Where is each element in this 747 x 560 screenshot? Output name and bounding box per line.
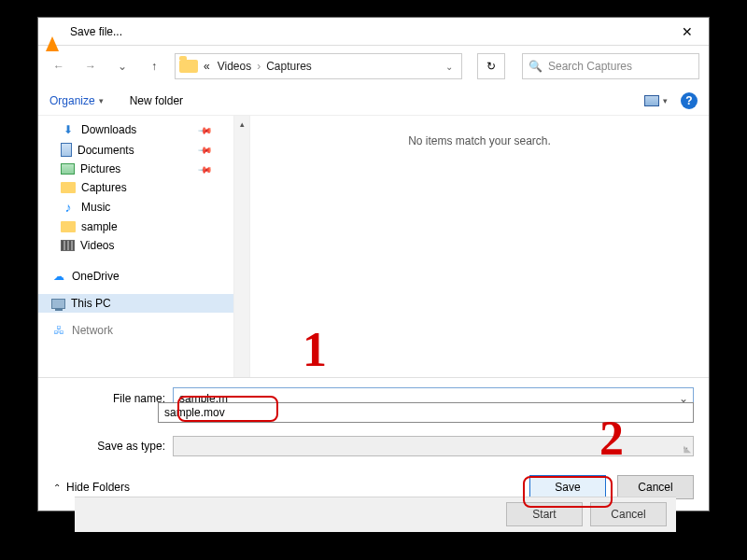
sidebar-item-label: Documents [78, 144, 134, 157]
sidebar-item-label: Pictures [80, 162, 120, 175]
search-icon: 🔍 [529, 60, 543, 73]
bg-start-button[interactable]: Start [506, 502, 583, 526]
breadcrumb-videos[interactable]: Videos [216, 60, 253, 73]
sidebar-item-label: Captures [81, 181, 127, 194]
help-button[interactable]: ? [681, 92, 698, 109]
bg-cancel-label: Cancel [611, 508, 645, 521]
suggestion-text: sample.mov [164, 406, 225, 419]
breadcrumb-captures[interactable]: Captures [264, 60, 314, 73]
sidebar-item-label: Videos [80, 239, 114, 252]
sidebar-item-label: Downloads [81, 123, 136, 136]
breadcrumb-prefix: « [202, 60, 212, 73]
sidebar-item-onedrive[interactable]: ☁OneDrive [38, 266, 233, 287]
background-dialog: Start Cancel [75, 497, 676, 532]
savetype-dropdown[interactable]: ⌄ ◢ [173, 436, 694, 456]
sidebar-item-documents[interactable]: Documents📌 [38, 140, 233, 160]
back-button[interactable]: ← [48, 55, 70, 77]
sidebar-item-label: Network [72, 324, 113, 337]
pictures-icon [61, 163, 75, 175]
pin-icon: 📌 [198, 122, 213, 137]
chevron-down-icon: ▾ [663, 96, 668, 105]
hide-folders-label: Hide Folders [66, 481, 130, 494]
breadcrumb-separator: › [257, 60, 261, 73]
bg-cancel-button[interactable]: Cancel [590, 502, 667, 526]
sidebar-item-sample[interactable]: sample [38, 217, 233, 236]
folder-icon [179, 60, 198, 73]
savetype-row: Save as type: ⌄ ◢ [53, 436, 694, 456]
sidebar-item-label: OneDrive [72, 270, 120, 283]
pin-icon: 📌 [198, 142, 213, 157]
sidebar-item-label: This PC [71, 297, 111, 310]
organize-button[interactable]: Organize ▾ [49, 94, 104, 107]
view-mode-button[interactable]: ▾ [644, 95, 668, 106]
hide-folders-button[interactable]: ⌃ Hide Folders [53, 481, 130, 494]
nav-row: ← → ⌄ ↑ « Videos › Captures ⌄ ↻ 🔍 Search… [38, 46, 709, 87]
bg-start-label: Start [532, 508, 556, 521]
scroll-up-icon[interactable]: ▴ [234, 116, 250, 132]
chevron-down-icon[interactable]: ⌄ [111, 55, 134, 77]
path-dropdown[interactable]: ⌄ [441, 62, 458, 72]
chevron-down-icon: ▾ [99, 96, 104, 105]
document-icon [61, 143, 72, 157]
sidebar-item-videos[interactable]: Videos [38, 236, 233, 255]
video-icon [61, 240, 75, 251]
window-title: Save file... [70, 25, 673, 38]
onedrive-icon: ☁ [51, 269, 66, 284]
sidebar-item-label: sample [81, 220, 118, 233]
toolbar: Organize ▾ New folder ▾ ? [38, 87, 709, 116]
save-label: Save [555, 481, 580, 494]
sidebar-scrollbar[interactable]: ▴ [234, 116, 250, 377]
pc-icon [51, 299, 65, 309]
search-input[interactable]: 🔍 Search Captures [522, 53, 699, 79]
filename-label: File name: [53, 392, 165, 405]
sidebar-item-network[interactable]: 🖧Network [38, 320, 233, 341]
title-bar: Save file... ✕ [38, 18, 709, 46]
view-area: ⬇Downloads📌 Documents📌 Pictures📌 Capture… [38, 116, 709, 377]
refresh-icon: ↻ [486, 60, 496, 73]
folder-icon [61, 221, 76, 232]
view-icon [644, 95, 659, 106]
search-placeholder: Search Captures [548, 60, 632, 73]
resize-grip-icon: ◢ [684, 443, 691, 454]
close-button[interactable]: ✕ [673, 24, 701, 39]
savetype-label: Save as type: [53, 440, 165, 453]
sidebar: ⬇Downloads📌 Documents📌 Pictures📌 Capture… [38, 116, 234, 377]
sidebar-item-label: Music [81, 201, 110, 214]
filename-suggestion[interactable]: sample.mov [158, 402, 694, 423]
sidebar-item-music[interactable]: ♪Music [38, 197, 233, 217]
address-bar[interactable]: « Videos › Captures ⌄ [175, 53, 462, 79]
network-icon: 🖧 [51, 323, 66, 338]
folder-icon [61, 182, 76, 193]
cancel-label: Cancel [638, 481, 672, 494]
content-pane: ▴ No items match your search. [234, 116, 709, 377]
chevron-up-icon: ⌃ [53, 483, 61, 493]
vlc-icon [46, 23, 63, 40]
sidebar-item-this-pc[interactable]: This PC [38, 294, 233, 313]
organize-label: Organize [49, 94, 95, 107]
sidebar-item-captures[interactable]: Captures [38, 178, 233, 197]
forward-button[interactable]: → [79, 55, 102, 77]
save-file-dialog: Save file... ✕ ← → ⌄ ↑ « Videos › Captur… [37, 17, 710, 511]
pin-icon: 📌 [198, 161, 213, 176]
download-icon: ⬇ [61, 122, 76, 137]
empty-message: No items match your search. [250, 116, 709, 147]
sidebar-item-pictures[interactable]: Pictures📌 [38, 160, 233, 178]
refresh-button[interactable]: ↻ [477, 53, 505, 79]
music-icon: ♪ [61, 200, 76, 215]
bottom-panel: File name: ⌄ sample.mov Save as type: ⌄ … [38, 377, 709, 511]
sidebar-item-downloads[interactable]: ⬇Downloads📌 [38, 119, 233, 140]
new-folder-button[interactable]: New folder [130, 94, 183, 107]
up-button[interactable]: ↑ [143, 55, 165, 77]
